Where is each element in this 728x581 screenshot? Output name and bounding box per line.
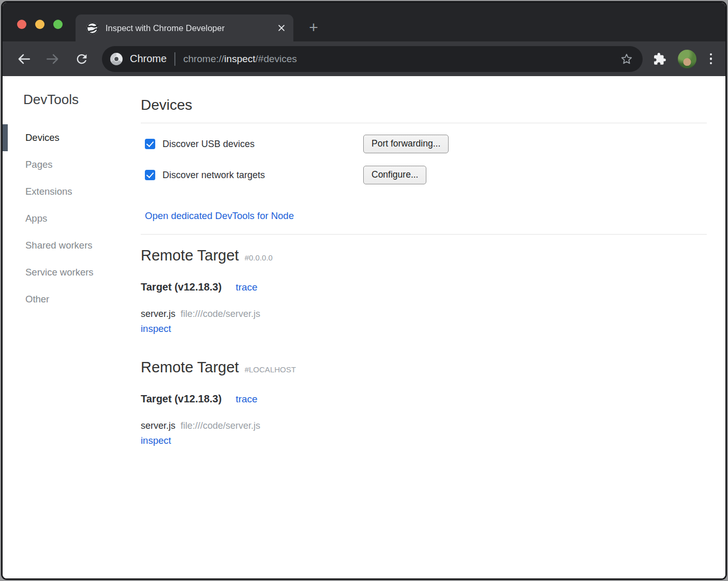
trace-link[interactable]: trace	[235, 394, 257, 405]
file-path: file:///code/server.js	[181, 309, 260, 319]
fullscreen-window-button[interactable]	[53, 20, 63, 29]
new-tab-button[interactable]: +	[304, 18, 323, 37]
node-devtools-link[interactable]: Open dedicated DevTools for Node	[145, 210, 294, 222]
sidebar-item-apps[interactable]: Apps	[3, 205, 141, 232]
file-path: file:///code/server.js	[181, 420, 260, 431]
checkbox-label: Discover USB devices	[162, 139, 255, 150]
devices-panel: Devices Discover USB devices Port forwar…	[141, 76, 725, 578]
sidebar-item-label: Extensions	[25, 186, 72, 197]
chrome-logo-icon	[110, 52, 123, 66]
target-name: Target (v12.18.3)	[141, 393, 221, 405]
checkbox-label: Discover network targets	[162, 170, 265, 181]
inspect-link[interactable]: inspect	[141, 323, 171, 334]
remote-target-hash: #LOCALHOST	[245, 365, 296, 374]
sidebar-nav: Devices Pages Extensions Apps Shared wor…	[3, 124, 141, 313]
url-suffix: /#devices	[256, 53, 297, 64]
tab-title: Inspect with Chrome Developer	[106, 23, 277, 33]
browser-tab[interactable]: Inspect with Chrome Developer	[76, 14, 293, 41]
sidebar-item-service-workers[interactable]: Service workers	[3, 259, 141, 286]
port-forwarding-button[interactable]: Port forwarding...	[363, 135, 449, 153]
sidebar-item-label: Service workers	[25, 267, 94, 278]
target-name: Target (v12.18.3)	[141, 281, 221, 293]
sidebar-item-label: Other	[25, 294, 49, 305]
file-name: server.js	[141, 420, 175, 431]
tab-close-icon[interactable]	[277, 23, 286, 33]
section-head: Remote Target #0.0.0.0	[141, 246, 707, 265]
reload-button[interactable]	[73, 50, 91, 68]
browser-menu-icon[interactable]	[706, 50, 716, 68]
remote-target-section: Remote Target #LOCALHOST Target (v12.18.…	[141, 358, 707, 447]
remote-target-title: Remote Target	[141, 358, 239, 376]
option-label: Discover USB devices	[141, 139, 363, 150]
sidebar-item-label: Shared workers	[25, 240, 93, 251]
back-button[interactable]	[15, 50, 33, 68]
forward-button[interactable]	[44, 50, 62, 68]
page-content: DevTools Devices Pages Extensions Apps S…	[3, 76, 725, 578]
target-row: Target (v12.18.3) trace	[141, 393, 707, 405]
sidebar-item-pages[interactable]: Pages	[3, 151, 141, 178]
discover-usb-checkbox[interactable]	[145, 139, 155, 149]
sidebar-item-label: Devices	[25, 132, 60, 143]
url-highlight: inspect	[224, 53, 255, 64]
remote-target-hash: #0.0.0.0	[245, 253, 273, 262]
option-row: Discover USB devices Port forwarding...	[141, 135, 707, 153]
browser-toolbar: Chrome chrome://inspect/#devices	[3, 41, 725, 76]
page-title: Devices	[141, 96, 707, 114]
discovery-options: Discover USB devices Port forwarding... …	[141, 123, 707, 184]
close-window-button[interactable]	[17, 20, 26, 29]
devtools-sidebar: DevTools Devices Pages Extensions Apps S…	[3, 76, 141, 578]
url-prefix: chrome://	[183, 53, 224, 64]
sidebar-item-shared-workers[interactable]: Shared workers	[3, 232, 141, 259]
window-controls	[17, 20, 63, 29]
sidebar-title: DevTools	[23, 92, 141, 107]
bookmark-star-icon[interactable]	[620, 52, 633, 66]
discover-network-checkbox[interactable]	[145, 170, 155, 180]
site-label: Chrome	[130, 53, 167, 65]
option-label: Discover network targets	[141, 170, 363, 181]
address-bar[interactable]: Chrome chrome://inspect/#devices	[102, 46, 643, 72]
extensions-icon[interactable]	[653, 52, 666, 66]
section-head: Remote Target #LOCALHOST	[141, 358, 707, 376]
minimize-window-button[interactable]	[35, 20, 44, 29]
file-name: server.js	[141, 309, 175, 319]
inspect-link[interactable]: inspect	[141, 435, 171, 446]
selected-indicator	[3, 124, 8, 151]
inspect-row: inspect	[141, 434, 707, 447]
configure-button[interactable]: Configure...	[363, 166, 426, 184]
remote-target-title: Remote Target	[141, 246, 239, 265]
url-text: chrome://inspect/#devices	[183, 53, 614, 65]
title-bar: Inspect with Chrome Developer +	[3, 3, 725, 41]
target-row: Target (v12.18.3) trace	[141, 281, 707, 293]
file-row: server.jsfile:///code/server.js	[141, 419, 707, 432]
inspect-row: inspect	[141, 323, 707, 335]
file-row: server.jsfile:///code/server.js	[141, 308, 707, 320]
sidebar-item-label: Pages	[25, 159, 52, 170]
option-row: Discover network targets Configure...	[141, 166, 707, 184]
remote-target-section: Remote Target #0.0.0.0 Target (v12.18.3)…	[141, 246, 707, 335]
profile-avatar[interactable]	[678, 50, 696, 68]
globe-favicon-icon	[86, 22, 99, 35]
sidebar-item-label: Apps	[25, 213, 47, 224]
sidebar-item-devices[interactable]: Devices	[3, 124, 141, 151]
sidebar-item-extensions[interactable]: Extensions	[3, 178, 141, 205]
browser-window: Inspect with Chrome Developer +	[1, 1, 727, 580]
omnibox-divider	[174, 52, 175, 66]
sidebar-item-other[interactable]: Other	[3, 286, 141, 313]
trace-link[interactable]: trace	[235, 282, 257, 293]
divider	[141, 234, 707, 235]
